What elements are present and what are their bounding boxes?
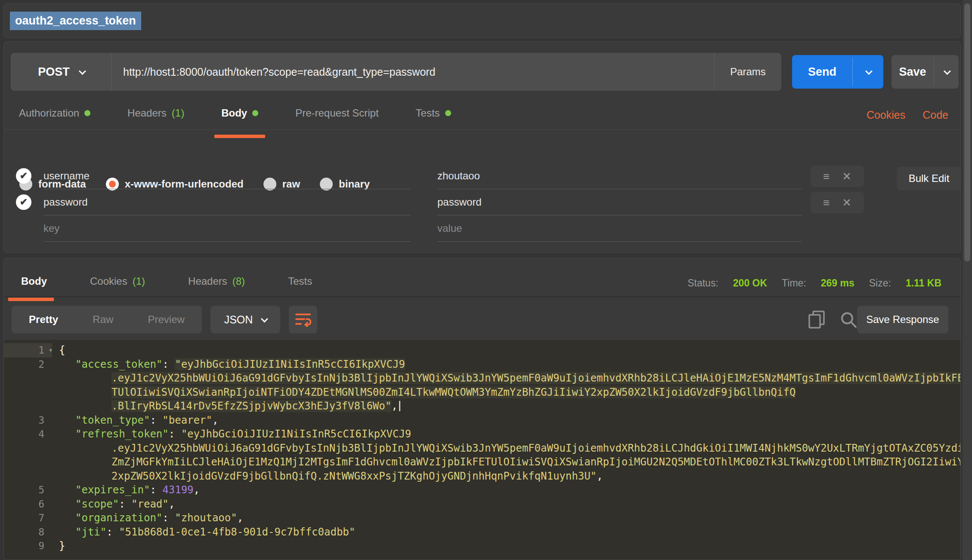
response-tab-body[interactable]: Body xyxy=(21,275,47,287)
json-value: : xyxy=(169,428,181,440)
save-button[interactable]: Save xyxy=(892,55,959,89)
line-number: 4 xyxy=(4,427,52,441)
view-mode-pretty[interactable]: Pretty xyxy=(29,314,58,326)
code-text: "refresh_token": "eyJhbGciOiJIUzI1NiIsIn… xyxy=(52,427,961,441)
code-line: 1▾{ xyxy=(4,343,961,357)
checkbox-checked-icon[interactable]: ✔ xyxy=(16,168,31,184)
page-scrollbar[interactable] xyxy=(963,0,972,560)
code-text: "jti": "51b868d1-0ce1-4fb8-901d-9c7bffc0… xyxy=(52,525,961,539)
json-value: "zhoutaoo" xyxy=(175,512,237,524)
chevron-down-icon xyxy=(79,68,86,75)
cookies-link[interactable]: Cookies xyxy=(867,109,905,121)
code-line: 8"jti": "51b868d1-0ce1-4fb8-901d-9c7bffc… xyxy=(4,525,961,539)
json-value: : xyxy=(162,358,175,370)
tab-count-badge: (1) xyxy=(172,107,184,119)
params-button[interactable]: Params xyxy=(714,53,781,91)
method-dropdown[interactable]: POST xyxy=(11,53,111,91)
response-pane: BodyCookies(1)Headers(8)Tests Status: 20… xyxy=(3,258,961,560)
drag-handle-icon[interactable]: ≡ xyxy=(823,197,830,208)
tab-label: Body xyxy=(21,275,47,287)
line-number: 3 xyxy=(4,413,52,428)
save-options-dropdown[interactable] xyxy=(934,55,959,89)
line-number xyxy=(4,441,52,455)
key-field[interactable]: username xyxy=(43,163,411,189)
postman-app: oauth2_access_token POST http://host1:80… xyxy=(0,0,972,560)
view-mode-raw[interactable]: Raw xyxy=(93,314,113,326)
json-value: 2xpZW50X2lkIjoidGVzdF9jbGllbnQifQ.zNtWWG… xyxy=(111,470,597,482)
wrap-text-button[interactable] xyxy=(289,306,317,333)
line-number: 8 xyxy=(4,525,52,539)
code-text: "organization": "zhoutaoo", xyxy=(52,511,961,525)
tab-body[interactable]: Body xyxy=(221,107,258,121)
response-meta: Status: 200 OK Time: 269 ms Size: 1.11 K… xyxy=(687,277,941,289)
response-tab-cookies[interactable]: Cookies(1) xyxy=(90,275,145,287)
response-tabs: BodyCookies(1)Headers(8)Tests xyxy=(21,275,312,287)
drag-handle-icon[interactable]: ≡ xyxy=(823,171,830,182)
response-tab-headers[interactable]: Headers(8) xyxy=(188,275,245,287)
json-value: , xyxy=(194,484,200,496)
save-response-button[interactable]: Save Response xyxy=(857,306,948,333)
code-link[interactable]: Code xyxy=(922,109,948,121)
line-number xyxy=(4,385,52,400)
url-bar: POST http://host1:8000/oauth/token?scope… xyxy=(11,53,781,91)
code-line: TUlOIiwiSVQiXSwianRpIjoiNTFiODY4ZDEtMGNl… xyxy=(4,385,961,400)
line-number: 2 xyxy=(4,357,52,372)
json-value: } xyxy=(59,540,65,552)
json-value: : xyxy=(106,526,119,538)
send-options-dropdown[interactable] xyxy=(853,55,883,89)
bulk-edit-button[interactable]: Bulk Edit xyxy=(897,167,961,190)
json-value: { xyxy=(59,344,65,356)
value-field[interactable]: zhoutaoo xyxy=(437,163,802,189)
wrap-text-icon xyxy=(295,312,311,327)
table-row: ✔passwordpassword≡✕ xyxy=(4,189,961,215)
search-response-button[interactable] xyxy=(837,308,860,331)
scrollbar-thumb[interactable] xyxy=(964,3,970,262)
tab-label: Headers xyxy=(127,107,167,119)
code-line: .BlIryRbSL414rDv5EfzZSjpjvWybcX3hEJy3fV8… xyxy=(4,399,961,413)
format-dropdown[interactable]: JSON xyxy=(210,306,280,333)
divider xyxy=(4,129,960,130)
line-number: 7 xyxy=(4,511,52,525)
line-number: 9 xyxy=(4,539,52,553)
format-label: JSON xyxy=(224,314,253,326)
copy-response-button[interactable] xyxy=(805,308,828,331)
code-text: "access_token": "eyJhbGciOiJIUzI1NiIsInR… xyxy=(52,357,961,372)
value-field[interactable]: password xyxy=(437,189,802,215)
json-value: , xyxy=(169,498,175,510)
tab-pre-request-script[interactable]: Pre-request Script xyxy=(295,107,378,121)
request-builder: POST http://host1:8000/oauth/token?scope… xyxy=(3,41,961,253)
tab-tests[interactable]: Tests xyxy=(416,107,451,121)
code-text: ZmZjMGFkYmIiLCJleHAiOjE1MzQ1MjI2MTgsImF1… xyxy=(52,455,961,469)
tab-authorization[interactable]: Authorization xyxy=(19,107,90,121)
code-line: 5"expires_in": 43199, xyxy=(4,483,961,497)
time-value: 269 ms xyxy=(821,277,854,289)
line-number xyxy=(4,469,52,483)
url-input[interactable]: http://host1:8000/oauth/token?scope=read… xyxy=(112,66,714,78)
key-field[interactable]: key xyxy=(43,215,411,242)
json-key: "token_type" xyxy=(75,414,150,426)
tab-headers[interactable]: Headers(1) xyxy=(127,107,184,121)
code-text: "scope": "read", xyxy=(52,497,961,511)
json-key: "jti" xyxy=(75,526,106,538)
request-tabs: AuthorizationHeaders(1)BodyPre-request S… xyxy=(19,107,451,121)
tab-label: Cookies xyxy=(90,275,127,287)
delete-row-icon[interactable]: ✕ xyxy=(842,197,851,208)
json-value: , xyxy=(391,400,397,412)
method-label: POST xyxy=(38,65,70,79)
send-button[interactable]: Send xyxy=(792,55,883,89)
checkbox-checked-icon[interactable]: ✔ xyxy=(16,194,31,210)
fold-caret-icon[interactable]: ▾ xyxy=(48,343,53,357)
send-label: Send xyxy=(792,55,852,89)
copy-icon xyxy=(808,310,825,329)
view-mode-preview[interactable]: Preview xyxy=(148,314,185,326)
json-key: "expires_in" xyxy=(75,484,150,496)
response-tab-tests[interactable]: Tests xyxy=(288,275,312,287)
value-field[interactable]: value xyxy=(437,215,802,242)
line-number: 6 xyxy=(4,497,52,511)
response-body-code[interactable]: 1▾{2"access_token": "eyJhbGciOiJIUzI1NiI… xyxy=(4,340,961,560)
request-tab-title[interactable]: oauth2_access_token xyxy=(10,12,141,30)
key-field[interactable]: password xyxy=(43,189,411,215)
line-number xyxy=(4,455,52,469)
json-value: , xyxy=(212,414,218,426)
delete-row-icon[interactable]: ✕ xyxy=(842,171,851,182)
